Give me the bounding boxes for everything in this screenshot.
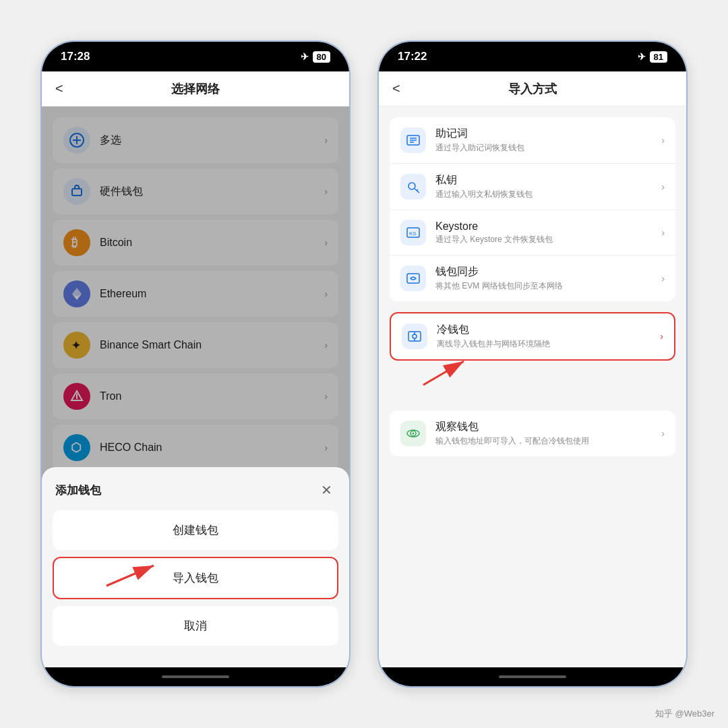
coldwallet-name: 冷钱包	[437, 323, 550, 337]
import-item-keystore[interactable]: KS Keystore 通过导入 Keystore 文件恢复钱包 ›	[390, 210, 675, 255]
create-wallet-button[interactable]: 创建钱包	[53, 510, 338, 550]
svg-point-17	[408, 183, 415, 189]
import-item-observewallet[interactable]: 观察钱包 输入钱包地址即可导入，可配合冷钱包使用 ›	[390, 411, 675, 456]
svg-line-28	[423, 361, 464, 385]
right-battery: 81	[650, 51, 667, 63]
svg-line-12	[107, 566, 154, 586]
privatekey-chevron: ›	[661, 181, 665, 192]
mnemonic-chevron: ›	[661, 135, 665, 146]
right-home-indicator	[379, 667, 686, 686]
coldwallet-chevron: ›	[660, 331, 663, 342]
left-back-button[interactable]: <	[55, 81, 63, 96]
left-header: < 选择网络	[42, 71, 349, 107]
right-phone: 17:22 ✈ 81 < 导入方式 助记词 通过导入助记词恢复钱包	[377, 40, 688, 688]
right-time: 17:22	[398, 50, 427, 63]
coldwallet-arrow	[410, 351, 491, 392]
left-battery: 80	[313, 51, 330, 63]
sheet-close-button[interactable]: ✕	[317, 481, 336, 499]
keystore-icon: KS	[400, 220, 426, 245]
privatekey-desc: 通过输入明文私钥恢复钱包	[435, 189, 533, 200]
walletsync-name: 钱包同步	[435, 265, 563, 279]
observewallet-name: 观察钱包	[435, 420, 589, 434]
right-status-bar: 17:22 ✈ 81	[379, 42, 686, 71]
mnemonic-desc: 通过导入助记词恢复钱包	[435, 142, 524, 154]
right-page-title: 导入方式	[508, 81, 557, 97]
sheet-title: 添加钱包	[55, 483, 101, 498]
svg-line-19	[417, 189, 418, 191]
import-group-1: 助记词 通过导入助记词恢复钱包 › 私钥 通过输入明文私钥恢复钱包	[390, 117, 675, 301]
observewallet-desc: 输入钱包地址即可导入，可配合冷钱包使用	[435, 435, 589, 447]
import-options-list: 助记词 通过导入助记词恢复钱包 › 私钥 通过输入明文私钥恢复钱包	[379, 107, 686, 473]
svg-rect-22	[407, 274, 419, 283]
walletsync-desc: 将其他 EVM 网络钱包同步至本网络	[435, 280, 563, 292]
coldwallet-icon	[402, 324, 427, 349]
import-item-privatekey[interactable]: 私钥 通过输入明文私钥恢复钱包 ›	[390, 164, 675, 210]
right-status-icons: ✈ 81	[638, 51, 667, 63]
left-phone: 17:28 ✈ 80 < 选择网络 多选 ›	[40, 40, 351, 688]
privatekey-name: 私钥	[435, 173, 533, 187]
left-status-icons: ✈ 80	[301, 51, 330, 63]
import-group-observe: 观察钱包 输入钱包地址即可导入，可配合冷钱包使用 ›	[390, 411, 675, 456]
cancel-button[interactable]: 取消	[53, 606, 338, 646]
keystore-desc: 通过导入 Keystore 文件恢复钱包	[435, 234, 553, 245]
svg-point-30	[413, 433, 415, 435]
keystore-chevron: ›	[661, 227, 665, 238]
left-home-bar	[162, 675, 229, 678]
add-wallet-sheet: 添加钱包 ✕ 创建钱包 导入钱包 取消	[42, 467, 349, 667]
walletsync-icon	[400, 266, 426, 291]
import-item-mnemonic[interactable]: 助记词 通过导入助记词恢复钱包 ›	[390, 117, 675, 164]
walletsync-chevron: ›	[661, 273, 665, 284]
left-time: 17:28	[61, 50, 90, 63]
left-page-title: 选择网络	[171, 81, 220, 97]
right-content: 助记词 通过导入助记词恢复钱包 › 私钥 通过输入明文私钥恢复钱包	[379, 107, 686, 667]
privatekey-icon	[400, 174, 426, 200]
svg-text:KS: KS	[409, 231, 417, 237]
right-header: < 导入方式	[379, 71, 686, 107]
sheet-header: 添加钱包 ✕	[53, 481, 338, 499]
mnemonic-name: 助记词	[435, 127, 524, 141]
right-home-bar	[499, 675, 566, 678]
observewallet-icon	[400, 421, 426, 446]
keystore-name: Keystore	[435, 220, 553, 233]
coldwallet-desc: 离线导入钱包并与网络环境隔绝	[437, 338, 550, 350]
right-airplane-icon: ✈	[638, 51, 646, 62]
left-home-indicator	[42, 667, 349, 686]
left-status-bar: 17:28 ✈ 80	[42, 42, 349, 71]
import-item-walletsync[interactable]: 钱包同步 将其他 EVM 网络钱包同步至本网络 ›	[390, 255, 675, 301]
watermark: 知乎 @Web3er	[655, 708, 715, 720]
import-arrow	[93, 552, 160, 593]
airplane-icon: ✈	[301, 51, 309, 62]
right-back-button[interactable]: <	[392, 81, 400, 96]
svg-point-24	[413, 334, 417, 338]
mnemonic-icon	[400, 127, 426, 153]
observewallet-chevron: ›	[661, 428, 665, 439]
left-content: 多选 › 硬件钱包 › ₿ B	[42, 107, 349, 667]
